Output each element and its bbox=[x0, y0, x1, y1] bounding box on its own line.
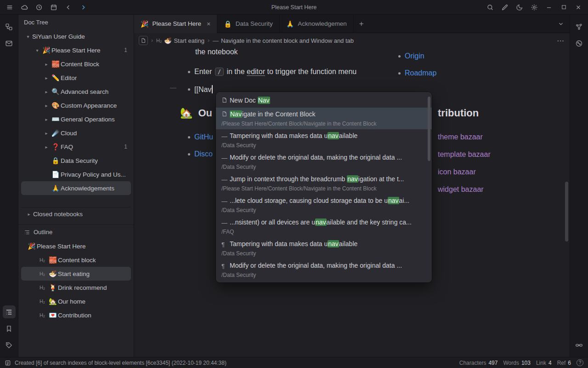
link-icon-bazaar[interactable]: icon bazaar bbox=[438, 167, 491, 178]
list-item: GitHu bbox=[188, 132, 213, 143]
doc-file-icon[interactable] bbox=[139, 36, 148, 45]
doc-emoji: 🎉 bbox=[41, 46, 51, 54]
doctree-item-please-start-here[interactable]: ▾🎉Please Start Here1 bbox=[21, 43, 131, 57]
popup-item[interactable]: ¶Modify or delete the original data, mak… bbox=[216, 259, 432, 281]
list-item-icon: — bbox=[221, 196, 230, 206]
list-item-icon: — bbox=[213, 37, 219, 44]
outline-item-content-block[interactable]: H₂🧱Content block bbox=[21, 253, 131, 267]
chevron-down-icon[interactable]: ▾ bbox=[33, 48, 41, 53]
outline-item-our-home[interactable]: H₂🏡Our home bbox=[21, 294, 131, 308]
popup-item[interactable]: —...nsistent) or all devices are unavail… bbox=[216, 216, 432, 237]
outline-item-start-eating[interactable]: H₂🍜Start eating bbox=[21, 267, 131, 281]
outline-item-drink-recommend[interactable]: H₂🍹Drink recommend bbox=[21, 281, 131, 294]
doc-emoji: 🔍 bbox=[51, 88, 61, 95]
bullet-dot bbox=[188, 71, 190, 73]
editor-scrollbar[interactable] bbox=[565, 182, 568, 242]
tab-list: 🎉Please Start Here×🔒Data Security🙏Acknow… bbox=[134, 15, 354, 33]
chevron-right-icon[interactable]: ▸ bbox=[42, 62, 51, 67]
go-forward-icon[interactable] bbox=[79, 3, 87, 12]
chevron-down-icon[interactable]: ▾ bbox=[24, 34, 32, 39]
doctree-item-privacy-policy-and-us[interactable]: 📄Privacy Policy and Us... bbox=[21, 167, 131, 181]
popup-list: New Doc NavNavigate in the Content Block… bbox=[216, 94, 432, 281]
chevron-right-icon[interactable]: ▸ bbox=[42, 131, 51, 136]
breadcrumb-more-icon[interactable]: ⋯ bbox=[557, 36, 565, 45]
help-icon[interactable]: ? bbox=[577, 359, 583, 366]
popup-item[interactable]: ¶Tampering with data makes data unavaila… bbox=[216, 237, 432, 259]
cloud-sync-icon[interactable] bbox=[20, 3, 28, 12]
link-widget-bazaar[interactable]: widget bazaar bbox=[438, 184, 491, 195]
popup-item[interactable]: —Modify or delete the original data, mak… bbox=[216, 151, 432, 172]
popup-item[interactable]: —...lete cloud storage, causing cloud st… bbox=[216, 194, 432, 216]
maximize-icon[interactable] bbox=[560, 3, 568, 12]
doc-emoji: 🧱 bbox=[51, 60, 61, 68]
edit-icon[interactable] bbox=[501, 3, 509, 12]
outline-item-contribution[interactable]: H₂💌Contribution bbox=[21, 308, 131, 322]
doctree-item-data-security[interactable]: 🔒Data Security bbox=[21, 154, 131, 167]
doctree-item-general-operations[interactable]: ▸⌨️General Operations bbox=[21, 112, 131, 126]
h2-badge: H₂ bbox=[37, 257, 48, 263]
chevron-right-icon[interactable]: ▸ bbox=[42, 75, 51, 80]
daily-note-icon[interactable] bbox=[50, 3, 58, 12]
settings-gear-icon[interactable] bbox=[530, 3, 538, 12]
link-githu[interactable]: GitHu bbox=[194, 133, 213, 141]
link-template-bazaar[interactable]: template bazaar bbox=[438, 149, 491, 160]
link-roadmap[interactable]: Roadmap bbox=[405, 69, 436, 77]
popup-item[interactable]: —Jump in context through the breadcrumb … bbox=[216, 172, 432, 194]
block-drag-handle[interactable]: — bbox=[170, 84, 176, 91]
doc-count-badge: 1 bbox=[124, 144, 131, 150]
doc-tree-dock-icon[interactable] bbox=[3, 20, 16, 33]
doctree-item-advanced-search[interactable]: ▸🔍Advanced search bbox=[21, 85, 131, 98]
new-tab-button[interactable]: + bbox=[354, 19, 369, 29]
list-item: Origin bbox=[398, 51, 436, 62]
list-item-icon: — bbox=[221, 218, 230, 228]
popup-scrollbar[interactable] bbox=[428, 97, 430, 161]
doctree-item-editor[interactable]: ▸✏️Editor bbox=[21, 71, 131, 85]
chevron-right-icon[interactable]: ▸ bbox=[42, 144, 51, 150]
minimize-icon[interactable] bbox=[545, 3, 553, 12]
doctree-item-content-block[interactable]: ▸🧱Content Block bbox=[21, 57, 131, 71]
doctree-item-cloud[interactable]: ▸☄️Cloud bbox=[21, 126, 131, 140]
doctree-item-custom-appearance[interactable]: ▸🎨Custom Appearance bbox=[21, 98, 131, 112]
tab-menu-chevron-icon[interactable] bbox=[558, 21, 570, 27]
tag-dock-icon[interactable] bbox=[3, 339, 16, 351]
chevron-right-icon[interactable]: ▸ bbox=[42, 117, 51, 122]
chevron-right-icon[interactable]: ▸ bbox=[25, 212, 33, 217]
background-task-icon[interactable] bbox=[5, 360, 11, 366]
tab-please-start-here[interactable]: 🎉Please Start Here× bbox=[134, 15, 217, 33]
history-icon[interactable] bbox=[35, 3, 43, 12]
status-bar: Created [6] of search indexes of block-l… bbox=[0, 357, 588, 368]
siyuan-window: Please Start Here bbox=[0, 0, 588, 368]
link-origin[interactable]: Origin bbox=[405, 52, 424, 60]
closed-notebooks-row[interactable]: ▸ Closed notebooks bbox=[21, 207, 131, 221]
workspace-menu-icon[interactable] bbox=[6, 3, 14, 12]
outline-dock-icon[interactable] bbox=[3, 305, 16, 318]
breadcrumb-list-item[interactable]: — Navigate in the content block and Wind… bbox=[213, 37, 354, 44]
tab-acknowledgemen[interactable]: 🙏Acknowledgemen bbox=[280, 15, 354, 33]
popup-item[interactable]: —Tampering with data makes data unavaila… bbox=[216, 129, 432, 151]
counter-characters: Characters497 bbox=[459, 360, 498, 366]
backlink-dock-icon[interactable] bbox=[573, 339, 586, 351]
global-graph-dock-icon[interactable] bbox=[573, 37, 586, 50]
doctree-item-acknowledgements[interactable]: 🙏Acknowledgements bbox=[21, 181, 131, 195]
link-theme-bazaar[interactable]: theme bazaar bbox=[438, 132, 491, 143]
bookmark-dock-icon[interactable] bbox=[3, 322, 16, 335]
breadcrumb-heading[interactable]: H₂ 🍜 Start eating bbox=[156, 37, 204, 44]
graph-dock-icon[interactable] bbox=[573, 20, 586, 33]
close-icon[interactable] bbox=[574, 3, 582, 12]
go-back-icon[interactable] bbox=[64, 3, 73, 12]
editor-ref-link[interactable]: editor bbox=[247, 68, 265, 76]
popup-item[interactable]: New Doc Nav bbox=[216, 94, 432, 108]
theme-moon-icon[interactable] bbox=[515, 3, 524, 12]
link-disco[interactable]: Disco bbox=[194, 150, 213, 158]
search-icon[interactable] bbox=[486, 3, 494, 12]
tab-close-icon[interactable]: × bbox=[207, 20, 210, 28]
tab-data-security[interactable]: 🔒Data Security bbox=[217, 15, 280, 33]
chevron-right-icon[interactable]: ▸ bbox=[42, 89, 51, 94]
doctree-item-siyuan-user-guide[interactable]: ▾SiYuan User Guide bbox=[21, 29, 131, 43]
inbox-dock-icon[interactable] bbox=[3, 37, 16, 50]
chevron-right-icon[interactable]: ▸ bbox=[42, 103, 51, 108]
tab-bar: 🎉Please Start Here×🔒Data Security🙏Acknow… bbox=[134, 15, 570, 33]
outline-item-please-start-here[interactable]: 🎉Please Start Here bbox=[21, 239, 131, 253]
doctree-item-faq[interactable]: ▸❓FAQ1 bbox=[21, 140, 131, 154]
popup-item[interactable]: Navigate in the Content Block/Please Sta… bbox=[216, 108, 432, 129]
